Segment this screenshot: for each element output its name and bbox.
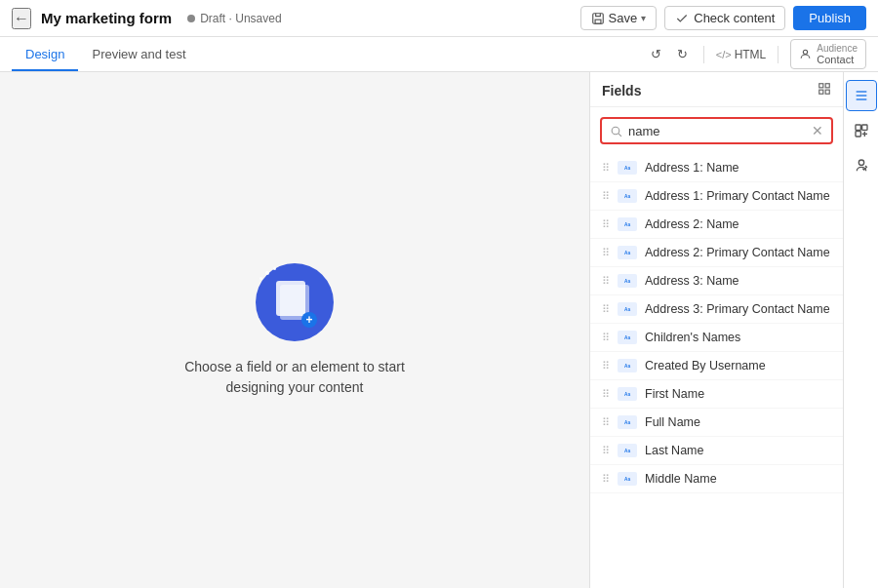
publish-button[interactable]: Publish [793,6,866,30]
audience-sub: Contact [817,54,858,65]
svg-text:Aa: Aa [624,335,630,340]
fields-grid-button[interactable] [818,82,831,98]
divider [703,46,704,63]
list-item[interactable]: ⠿AaAddress 1: Primary Contact Name [590,182,843,211]
drag-handle-icon: ⠿ [602,162,610,175]
drag-handle-icon: ⠿ [602,218,610,231]
fields-list: ⠿AaAddress 1: Name⠿AaAddress 1: Primary … [590,150,843,588]
canvas-text-line2: designing your content [184,377,405,398]
draft-label: Draft · Unsaved [200,12,281,25]
search-icon [610,125,622,137]
draft-badge: Draft · Unsaved [187,12,281,25]
fields-title: Fields [602,83,641,98]
top-bar: ← My marketing form Draft · Unsaved Save… [0,0,878,37]
field-type-icon: Aa [618,274,637,288]
top-bar-actions: Save ▾ Check content Publish [580,6,866,30]
svg-point-41 [858,160,863,165]
sub-nav-tools: ↺ ↻ </> HTML Audience Contact [647,39,866,69]
drag-handle-icon: ⠿ [602,303,610,316]
sub-nav: Design Preview and test ↺ ↻ </> HTML Aud… [0,37,878,72]
svg-text:Aa: Aa [624,307,630,312]
tab-design[interactable]: Design [12,39,78,71]
svg-line-8 [619,133,621,136]
html-label: HTML [735,48,767,61]
svg-rect-3 [819,84,823,88]
field-type-icon: Aa [618,189,637,203]
search-box: ✕ [600,117,833,144]
undo-button[interactable]: ↺ [647,45,665,63]
html-button[interactable]: </> HTML [716,48,767,61]
field-label: Address 2: Primary Contact Name [645,246,830,259]
field-label: Children's Names [645,331,740,344]
drag-handle-icon: ⠿ [602,332,610,344]
personalization-icon [854,158,869,174]
field-type-icon: Aa [618,472,637,486]
list-item[interactable]: ⠿AaAddress 2: Name [590,211,843,239]
list-item[interactable]: ⠿AaAddress 2: Primary Contact Name [590,239,843,267]
page-plus-icon: + [301,312,317,328]
save-icon [591,12,605,25]
check-icon [675,12,689,25]
field-label: Full Name [645,415,700,429]
field-label: Address 3: Name [645,274,739,288]
add-element-button[interactable] [846,115,877,146]
fields-view-button[interactable] [846,80,877,111]
list-item[interactable]: ⠿AaCreated By Username [590,352,843,380]
grid-icon [818,82,831,96]
check-content-label: Check content [694,11,775,25]
drag-handle-icon: ⠿ [602,445,610,457]
audience-selector[interactable]: Audience Contact [790,39,866,69]
fields-panel-icon [854,88,869,103]
canvas-text-line1: Choose a field or an element to start [184,357,405,377]
canvas-icon: + [256,263,334,341]
svg-rect-1 [595,20,601,23]
redo-button[interactable]: ↻ [673,45,692,63]
field-type-icon: Aa [618,359,637,372]
list-item[interactable]: ⠿AaFirst Name [590,380,843,409]
page-front [276,281,305,316]
audience-label: Audience [817,43,858,54]
field-label: Address 1: Primary Contact Name [645,189,830,203]
main-content: + Choose a field or an element to start … [0,72,878,588]
canvas-placeholder: + Choose a field or an element to start … [184,263,405,398]
list-item[interactable]: ⠿AaAddress 3: Name [590,267,843,295]
fields-header: Fields [590,72,843,107]
page-stack-icon: + [276,281,313,324]
page-title: My marketing form [41,10,172,26]
draft-dot-icon [187,15,195,22]
back-button[interactable]: ← [12,8,31,29]
field-label: Address 2: Name [645,217,739,231]
svg-text:Aa: Aa [624,420,630,425]
field-type-icon: Aa [618,246,637,259]
svg-text:Aa: Aa [624,449,630,453]
drag-handle-icon: ⠿ [602,275,610,288]
field-type-icon: Aa [618,331,637,344]
field-type-icon: Aa [618,387,637,401]
search-clear-button[interactable]: ✕ [812,123,823,138]
drag-handle-icon: ⠿ [602,360,610,372]
svg-text:Aa: Aa [624,222,630,227]
svg-text:Aa: Aa [624,364,630,369]
list-item[interactable]: ⠿AaLast Name [590,437,843,465]
search-input[interactable] [628,124,806,138]
svg-text:Aa: Aa [624,194,630,199]
save-chevron-icon: ▾ [641,13,646,23]
field-label: Last Name [645,444,703,457]
svg-point-7 [612,127,619,135]
personalization-button[interactable] [846,150,877,181]
save-button[interactable]: Save ▾ [580,6,658,30]
list-item[interactable]: ⠿AaAddress 3: Primary Contact Name [590,295,843,324]
list-item[interactable]: ⠿AaAddress 1: Name [590,154,843,182]
field-type-icon: Aa [618,444,637,457]
field-label: Middle Name [645,472,717,486]
list-item[interactable]: ⠿AaMiddle Name [590,465,843,493]
field-type-icon: Aa [618,415,637,429]
svg-rect-6 [825,90,829,94]
list-item[interactable]: ⠿AaFull Name [590,409,843,437]
check-content-button[interactable]: Check content [664,6,785,30]
tab-preview[interactable]: Preview and test [78,39,199,71]
html-brackets: </> [716,49,732,60]
field-type-icon: Aa [618,161,637,175]
drag-handle-icon: ⠿ [602,247,610,259]
list-item[interactable]: ⠿AaChildren's Names [590,324,843,352]
